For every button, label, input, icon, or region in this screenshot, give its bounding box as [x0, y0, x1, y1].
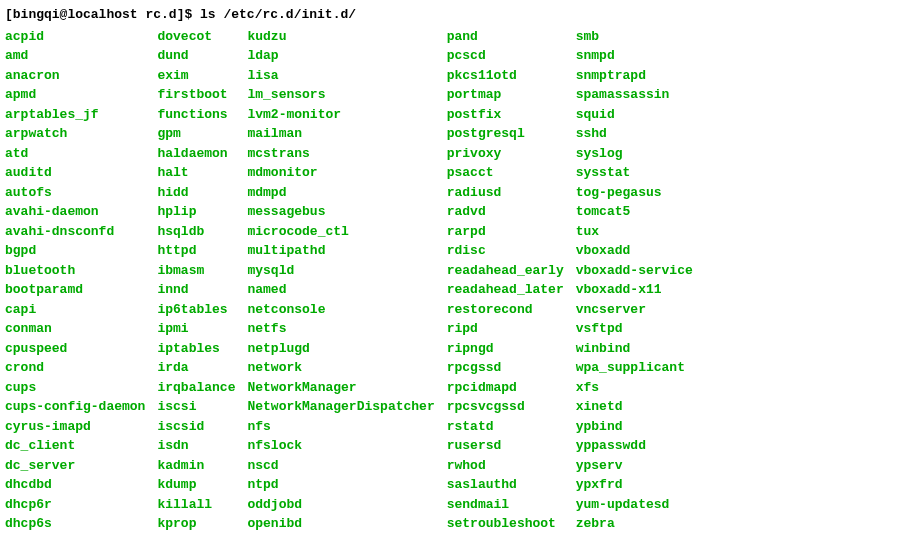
- file-entry: radiusd: [447, 183, 564, 203]
- file-entry: netconsole: [247, 300, 434, 320]
- file-entry: winbind: [576, 339, 693, 359]
- file-entry: readahead_early: [447, 261, 564, 281]
- file-entry: ipmi: [157, 319, 235, 339]
- file-entry: firstboot: [157, 85, 235, 105]
- file-entry: killall: [157, 495, 235, 515]
- file-entry: rdisc: [447, 241, 564, 261]
- file-entry: rpcsvcgssd: [447, 397, 564, 417]
- listing-column-3: pandpcscdpkcs11otdportmappostfixpostgres…: [447, 27, 576, 534]
- file-entry: mdmpd: [247, 183, 434, 203]
- file-entry: smb: [576, 27, 693, 47]
- file-entry: netplugd: [247, 339, 434, 359]
- file-entry: postgresql: [447, 124, 564, 144]
- file-entry: anacron: [5, 66, 145, 86]
- file-entry: vncserver: [576, 300, 693, 320]
- file-entry: dc_server: [5, 456, 145, 476]
- file-entry: xinetd: [576, 397, 693, 417]
- file-entry: iscsi: [157, 397, 235, 417]
- file-entry: oddjobd: [247, 495, 434, 515]
- file-entry: arpwatch: [5, 124, 145, 144]
- file-entry: lm_sensors: [247, 85, 434, 105]
- file-entry: autofs: [5, 183, 145, 203]
- file-entry: restorecond: [447, 300, 564, 320]
- file-entry: dhcp6r: [5, 495, 145, 515]
- file-entry: rpcidmapd: [447, 378, 564, 398]
- file-entry: haldaemon: [157, 144, 235, 164]
- file-entry: rstatd: [447, 417, 564, 437]
- file-entry: cyrus-imapd: [5, 417, 145, 437]
- file-entry: functions: [157, 105, 235, 125]
- file-entry: bootparamd: [5, 280, 145, 300]
- file-entry: arptables_jf: [5, 105, 145, 125]
- file-entry: ypxfrd: [576, 475, 693, 495]
- file-entry: cpuspeed: [5, 339, 145, 359]
- file-entry: halt: [157, 163, 235, 183]
- file-entry: lisa: [247, 66, 434, 86]
- file-entry: kudzu: [247, 27, 434, 47]
- file-entry: ypbind: [576, 417, 693, 437]
- file-entry: acpid: [5, 27, 145, 47]
- file-entry: pkcs11otd: [447, 66, 564, 86]
- file-entry: NetworkManagerDispatcher: [247, 397, 434, 417]
- file-entry: NetworkManager: [247, 378, 434, 398]
- file-entry: messagebus: [247, 202, 434, 222]
- file-entry: pand: [447, 27, 564, 47]
- file-entry: crond: [5, 358, 145, 378]
- file-entry: postfix: [447, 105, 564, 125]
- file-entry: hidd: [157, 183, 235, 203]
- file-entry: dhcp6s: [5, 514, 145, 534]
- file-entry: snmpd: [576, 46, 693, 66]
- file-entry: vsftpd: [576, 319, 693, 339]
- listing-column-4: smbsnmpdsnmptrapdspamassassinsquidsshdsy…: [576, 27, 705, 534]
- file-entry: spamassassin: [576, 85, 693, 105]
- file-entry: lvm2-monitor: [247, 105, 434, 125]
- file-entry: dund: [157, 46, 235, 66]
- file-entry: tux: [576, 222, 693, 242]
- file-entry: squid: [576, 105, 693, 125]
- file-entry: nfslock: [247, 436, 434, 456]
- file-entry: innd: [157, 280, 235, 300]
- file-entry: rpcgssd: [447, 358, 564, 378]
- file-entry: syslog: [576, 144, 693, 164]
- file-entry: ldap: [247, 46, 434, 66]
- file-entry: microcode_ctl: [247, 222, 434, 242]
- file-entry: wpa_supplicant: [576, 358, 693, 378]
- file-entry: auditd: [5, 163, 145, 183]
- file-entry: ip6tables: [157, 300, 235, 320]
- file-entry: avahi-dnsconfd: [5, 222, 145, 242]
- file-entry: vboxadd: [576, 241, 693, 261]
- file-entry: kprop: [157, 514, 235, 534]
- file-entry: conman: [5, 319, 145, 339]
- file-entry: iscsid: [157, 417, 235, 437]
- file-entry: network: [247, 358, 434, 378]
- file-entry: sendmail: [447, 495, 564, 515]
- file-entry: nfs: [247, 417, 434, 437]
- file-entry: iptables: [157, 339, 235, 359]
- file-entry: mysqld: [247, 261, 434, 281]
- file-entry: rusersd: [447, 436, 564, 456]
- file-entry: mailman: [247, 124, 434, 144]
- file-entry: tog-pegasus: [576, 183, 693, 203]
- file-entry: hsqldb: [157, 222, 235, 242]
- file-entry: psacct: [447, 163, 564, 183]
- file-entry: openibd: [247, 514, 434, 534]
- file-entry: ripd: [447, 319, 564, 339]
- file-entry: cups: [5, 378, 145, 398]
- file-entry: netfs: [247, 319, 434, 339]
- file-entry: kdump: [157, 475, 235, 495]
- file-entry: portmap: [447, 85, 564, 105]
- file-entry: zebra: [576, 514, 693, 534]
- file-entry: yppasswdd: [576, 436, 693, 456]
- file-entry: nscd: [247, 456, 434, 476]
- file-entry: capi: [5, 300, 145, 320]
- file-entry: avahi-daemon: [5, 202, 145, 222]
- file-entry: pcscd: [447, 46, 564, 66]
- file-entry: mcstrans: [247, 144, 434, 164]
- file-entry: ntpd: [247, 475, 434, 495]
- file-entry: multipathd: [247, 241, 434, 261]
- file-entry: setroubleshoot: [447, 514, 564, 534]
- file-entry: dovecot: [157, 27, 235, 47]
- file-entry: isdn: [157, 436, 235, 456]
- file-entry: vboxadd-service: [576, 261, 693, 281]
- file-entry: ibmasm: [157, 261, 235, 281]
